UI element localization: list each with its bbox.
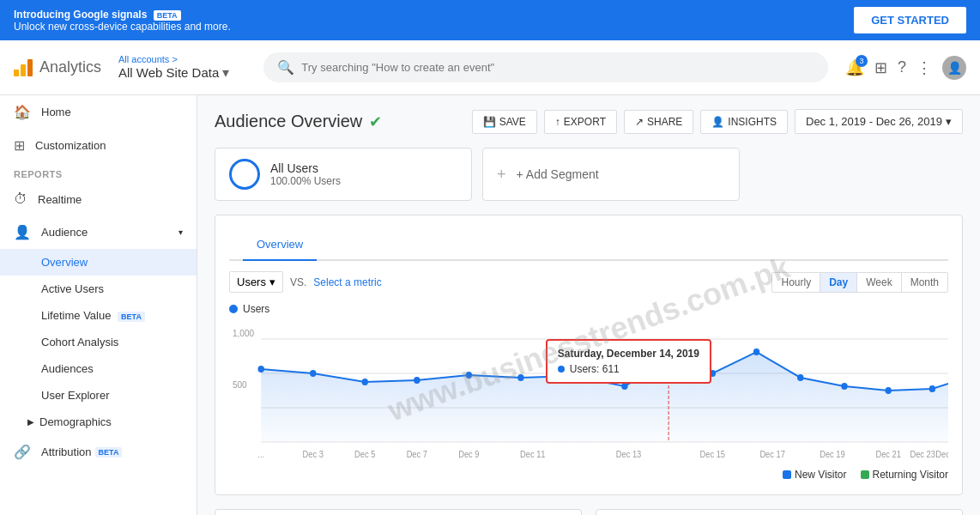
svg-text:Dec 15: Dec 15 xyxy=(700,450,725,459)
announcement-title: Introducing Google signals BETA xyxy=(14,9,231,21)
tab-overview[interactable]: Overview xyxy=(243,229,317,261)
svg-text:Dec 5: Dec 5 xyxy=(354,450,375,459)
metric-dropdown[interactable]: Users ▾ xyxy=(229,271,283,293)
users-legend-dot xyxy=(229,305,238,313)
analytics-logo-icon xyxy=(14,59,33,76)
page-header: Audience Overview ✔ 💾 SAVE ↑ EXPORT ↗ SH… xyxy=(215,109,963,134)
app-header: Analytics All accounts > All Web Site Da… xyxy=(0,40,980,95)
search-bar[interactable]: 🔍 xyxy=(263,52,828,82)
bottom-metrics: Users 10,499 New Users 10,273 xyxy=(215,509,963,515)
audience-expand-icon: ▾ xyxy=(178,227,183,237)
returning-visitor-color xyxy=(861,470,869,479)
insights-button[interactable]: 👤 INSIGHTS xyxy=(700,110,788,134)
sidebar-item-attribution[interactable]: 🔗 Attribution BETA xyxy=(0,435,197,469)
svg-point-11 xyxy=(621,383,627,390)
chart-container: Overview Users ▾ VS. Select a metric Hou… xyxy=(215,215,963,495)
home-icon: 🏠 xyxy=(14,104,31,120)
page-title: Audience Overview xyxy=(215,112,362,131)
attribution-icon: 🔗 xyxy=(14,444,31,460)
svg-text:Dec 19: Dec 19 xyxy=(820,450,844,459)
time-btn-day[interactable]: Day xyxy=(820,272,857,293)
svg-point-9 xyxy=(517,374,523,381)
insights-icon: 👤 xyxy=(711,116,724,128)
sidebar-item-realtime[interactable]: ⏱ Realtime xyxy=(0,183,197,215)
new-users-metric-card: New Users 10,273 xyxy=(596,509,963,515)
header-actions: 🔔 3 ⊞ ? ⋮ 👤 xyxy=(845,56,966,80)
get-started-button[interactable]: GET STARTED xyxy=(854,7,966,33)
search-input[interactable] xyxy=(301,61,814,74)
notification-badge: 3 xyxy=(856,55,868,67)
time-btn-week[interactable]: Week xyxy=(856,272,901,293)
notification-icon[interactable]: 🔔 3 xyxy=(845,58,864,77)
chart-bottom-legend: New Visitor Returning Visitor xyxy=(229,469,948,481)
svg-point-18 xyxy=(929,385,935,392)
segment-info: All Users 100.00% Users xyxy=(270,161,341,187)
sidebar-item-audiences[interactable]: Audiences xyxy=(0,355,197,382)
svg-point-14 xyxy=(753,348,759,355)
sidebar-item-active-users[interactable]: Active Users xyxy=(0,276,197,302)
share-icon: ↗ xyxy=(635,116,644,128)
realtime-icon: ⏱ xyxy=(14,191,27,207)
export-button[interactable]: ↑ EXPORT xyxy=(544,110,617,134)
time-btn-month[interactable]: Month xyxy=(901,272,948,293)
sidebar-item-audience[interactable]: 👤 Audience ▾ xyxy=(0,215,197,249)
svg-point-16 xyxy=(841,383,847,390)
svg-point-8 xyxy=(466,372,472,379)
breadcrumb[interactable]: All accounts > xyxy=(118,54,229,64)
returning-visitor-legend: Returning Visitor xyxy=(861,469,949,481)
svg-text:Dec 7: Dec 7 xyxy=(407,450,427,459)
content-wrapper: Audience Overview ✔ 💾 SAVE ↑ EXPORT ↗ SH… xyxy=(215,109,963,515)
more-icon[interactable]: ⋮ xyxy=(916,58,932,77)
help-icon[interactable]: ? xyxy=(898,58,906,76)
svg-text:Dec 25: Dec 25 xyxy=(935,450,948,459)
add-segment-circle: + xyxy=(497,166,506,184)
svg-point-10 xyxy=(570,373,576,379)
time-btn-hourly[interactable]: Hourly xyxy=(771,272,820,293)
app-name: Analytics xyxy=(39,58,101,76)
select-metric-link[interactable]: Select a metric xyxy=(313,276,381,288)
dropdown-chevron-icon: ▾ xyxy=(269,276,275,288)
announcement-bar: Introducing Google signals BETA Unlock n… xyxy=(0,0,980,40)
svg-point-17 xyxy=(885,387,891,394)
export-icon: ↑ xyxy=(555,116,560,128)
segment-circle xyxy=(229,159,260,190)
grid-icon[interactable]: ⊞ xyxy=(874,58,887,77)
sidebar-item-user-explorer[interactable]: User Explorer xyxy=(0,382,197,409)
new-visitor-legend: New Visitor xyxy=(783,469,846,481)
svg-point-4 xyxy=(258,366,264,373)
svg-text:Dec 3: Dec 3 xyxy=(303,450,324,459)
chart-svg: ... Dec 3 Dec 5 Dec 7 Dec 9 Dec 11 Dec 1… xyxy=(229,322,948,459)
sidebar-item-cohort-analysis[interactable]: Cohort Analysis xyxy=(0,329,197,355)
svg-point-6 xyxy=(362,379,368,385)
svg-text:Dec 23: Dec 23 xyxy=(910,450,935,459)
date-range-picker[interactable]: Dec 1, 2019 - Dec 26, 2019 ▾ xyxy=(795,109,963,134)
segment-cards: All Users 100.00% Users + + Add Segment xyxy=(215,148,963,201)
sidebar-item-lifetime-value[interactable]: Lifetime Value BETA xyxy=(0,302,197,329)
share-button[interactable]: ↗ SHARE xyxy=(624,110,693,134)
reports-section-label: REPORTS xyxy=(0,162,197,183)
all-users-segment[interactable]: All Users 100.00% Users xyxy=(215,148,472,201)
account-selector[interactable]: All accounts > All Web Site Data ▾ xyxy=(118,54,229,81)
svg-point-7 xyxy=(414,377,420,384)
save-button[interactable]: 💾 SAVE xyxy=(472,110,537,134)
sidebar-item-customization[interactable]: ⊞ Customization xyxy=(0,129,197,162)
svg-point-5 xyxy=(310,370,316,377)
time-buttons: Hourly Day Week Month xyxy=(772,272,948,293)
account-icon[interactable]: 👤 xyxy=(942,56,966,80)
main-layout: 🏠 Home ⊞ Customization REPORTS ⏱ Realtim… xyxy=(0,95,980,515)
verified-icon: ✔ xyxy=(369,112,382,131)
svg-text:Dec 17: Dec 17 xyxy=(759,450,784,459)
property-selector[interactable]: All Web Site Data ▾ xyxy=(118,64,229,81)
users-metric-card: Users 10,499 xyxy=(215,509,582,515)
sidebar-item-demographics[interactable]: ▶ Demographics xyxy=(0,409,197,435)
sidebar-item-home[interactable]: 🏠 Home xyxy=(0,95,197,129)
svg-text:Dec 11: Dec 11 xyxy=(520,450,545,459)
logo-area: Analytics xyxy=(14,58,101,76)
chart-legend: Users xyxy=(229,303,948,315)
tab-row: Overview xyxy=(229,229,948,261)
sidebar-item-overview[interactable]: Overview xyxy=(0,249,197,276)
add-segment-card[interactable]: + + Add Segment xyxy=(482,148,740,201)
svg-point-15 xyxy=(797,374,803,381)
announcement-text: Introducing Google signals BETA Unlock n… xyxy=(14,9,231,33)
save-icon: 💾 xyxy=(483,116,496,128)
